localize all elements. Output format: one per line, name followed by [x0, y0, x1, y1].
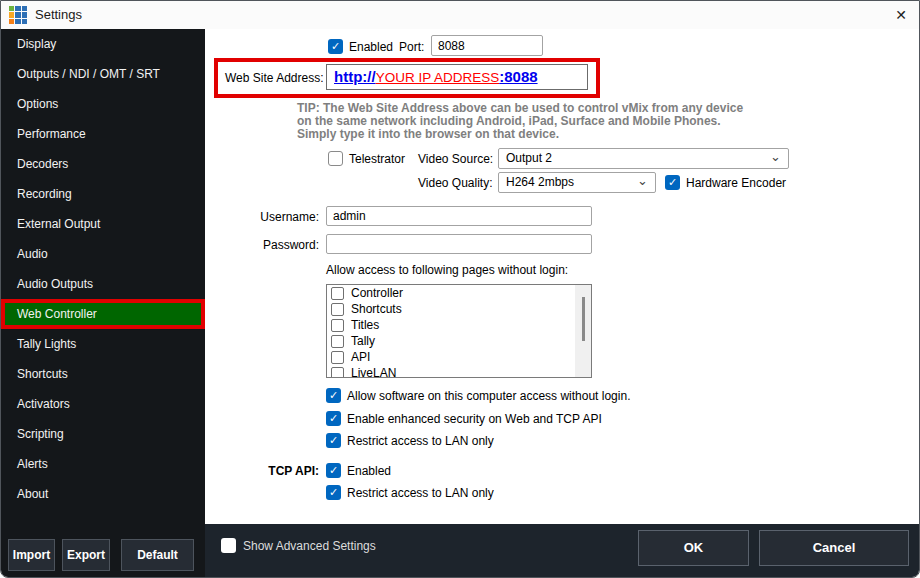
sidebar-item-performance[interactable]: Performance [1, 119, 205, 149]
import-button[interactable]: Import [8, 539, 55, 571]
vmix-app-icon [9, 6, 27, 24]
web-enabled-label: Enabled [349, 40, 393, 54]
sidebar-item-alerts[interactable]: Alerts [1, 449, 205, 479]
sidebar-item-scripting[interactable]: Scripting [1, 419, 205, 449]
cancel-button[interactable]: Cancel [759, 530, 909, 566]
list-item: LiveLAN [331, 366, 591, 378]
tcp-enabled-label: Enabled [347, 464, 391, 478]
hardware-encoder-checkbox[interactable]: ✓ [665, 175, 680, 190]
chevron-down-icon: ⌄ [637, 171, 648, 190]
chevron-down-icon: ⌄ [770, 147, 781, 166]
sidebar-item-decoders[interactable]: Decoders [1, 149, 205, 179]
list-item: Shortcuts [331, 302, 591, 317]
tcp-restrict-label: Restrict access to LAN only [347, 486, 494, 500]
list-item: Controller [331, 286, 591, 301]
sidebar-item-display[interactable]: Display [1, 29, 205, 59]
tip-line-3: Simply type it into the browser on that … [297, 128, 559, 141]
allow-software-label: Allow software on this computer access w… [347, 389, 630, 403]
window-title: Settings [35, 1, 82, 29]
sidebar-item-outputs[interactable]: Outputs / NDI / OMT / SRT [1, 59, 205, 89]
ok-button[interactable]: OK [638, 530, 749, 566]
video-quality-value: H264 2mbps [506, 175, 574, 189]
sidebar-item-activators[interactable]: Activators [1, 389, 205, 419]
port-label: Port: [399, 40, 424, 54]
hardware-encoder-label: Hardware Encoder [686, 176, 786, 190]
website-address-label: Web Site Address: [225, 71, 324, 85]
sidebar-item-tally-lights[interactable]: Tally Lights [1, 329, 205, 359]
listbox-scrollbar[interactable] [575, 285, 591, 377]
allow-pages-label: Allow access to following pages without … [326, 263, 568, 277]
tcp-restrict-checkbox[interactable]: ✓ [326, 485, 341, 500]
website-address-field[interactable]: http://YOUR IP ADDRESS:8088 [326, 64, 588, 90]
close-icon[interactable]: ✕ [889, 4, 913, 26]
tcp-enabled-checkbox[interactable]: ✓ [326, 463, 341, 478]
restrict-lan-label: Restrict access to LAN only [347, 434, 494, 448]
tcp-api-label: TCP API: [245, 464, 319, 478]
sidebar-item-options[interactable]: Options [1, 89, 205, 119]
password-label: Password: [245, 238, 319, 252]
sidebar-item-audio-outputs[interactable]: Audio Outputs [1, 269, 205, 299]
video-source-value: Output 2 [506, 151, 552, 165]
settings-window: Settings ✕ Display Outputs / NDI / OMT /… [0, 0, 920, 578]
enhanced-security-label: Enable enhanced security on Web and TCP … [347, 412, 602, 426]
url-host: YOUR IP ADDRESS [376, 70, 500, 85]
web-enabled-checkbox[interactable]: ✓ [328, 39, 343, 54]
port-input[interactable] [431, 35, 543, 56]
sidebar-item-shortcuts[interactable]: Shortcuts [1, 359, 205, 389]
sidebar-item-recording[interactable]: Recording [1, 179, 205, 209]
video-quality-select[interactable]: H264 2mbps ⌄ [498, 172, 656, 193]
allow-pages-listbox[interactable]: Controller Shortcuts Titles Tally API Li… [326, 284, 592, 378]
enhanced-security-checkbox[interactable]: ✓ [326, 411, 341, 426]
url-scheme: http:// [334, 68, 376, 85]
sidebar-item-web-controller[interactable]: Web Controller [1, 299, 205, 329]
title-bar: Settings ✕ [1, 1, 919, 29]
video-quality-label: Video Quality: [418, 176, 493, 190]
web-controller-panel: ✓ Enabled Port: Web Site Address: http:/… [205, 29, 920, 524]
telestrator-label: Telestrator [349, 152, 405, 166]
list-item: Titles [331, 318, 591, 333]
show-advanced-label: Show Advanced Settings [243, 539, 376, 553]
shortcuts-checkbox[interactable] [331, 303, 344, 316]
video-source-select[interactable]: Output 2 ⌄ [498, 148, 789, 169]
username-label: Username: [245, 210, 319, 224]
url-port: :8088 [499, 68, 537, 85]
livelan-checkbox[interactable] [331, 367, 344, 378]
sidebar-item-audio[interactable]: Audio [1, 239, 205, 269]
video-source-label: Video Source: [418, 152, 493, 166]
controller-checkbox[interactable] [331, 287, 344, 300]
show-advanced-checkbox[interactable] [221, 538, 236, 553]
list-item: API [331, 350, 591, 365]
api-checkbox[interactable] [331, 351, 344, 364]
default-button[interactable]: Default [121, 539, 194, 571]
settings-sidebar: Display Outputs / NDI / OMT / SRT Option… [1, 29, 205, 578]
password-input[interactable] [326, 234, 592, 254]
allow-software-checkbox[interactable]: ✓ [326, 388, 341, 403]
dialog-footer: Show Advanced Settings OK Cancel [205, 524, 920, 578]
username-input[interactable] [326, 206, 592, 226]
titles-checkbox[interactable] [331, 319, 344, 332]
scrollbar-thumb[interactable] [582, 297, 585, 341]
tally-checkbox[interactable] [331, 335, 344, 348]
restrict-lan-checkbox[interactable]: ✓ [326, 433, 341, 448]
sidebar-item-about[interactable]: About [1, 479, 205, 509]
list-item: Tally [331, 334, 591, 349]
export-button[interactable]: Export [62, 539, 110, 571]
sidebar-item-external-output[interactable]: External Output [1, 209, 205, 239]
telestrator-checkbox[interactable] [328, 151, 343, 166]
